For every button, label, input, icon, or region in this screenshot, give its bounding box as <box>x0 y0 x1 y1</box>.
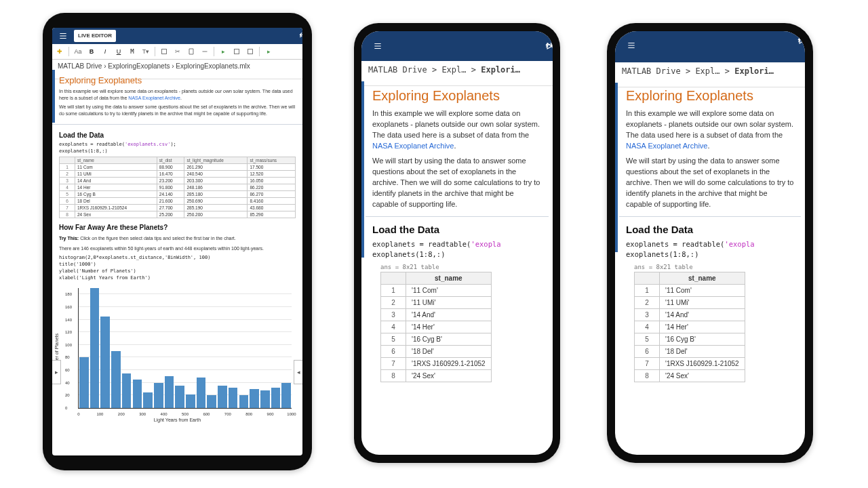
phone1-screen: MATLAB Drive > Expl… > Explori… Explorin… <box>361 31 553 455</box>
run-section-icon[interactable]: ▸ <box>218 47 228 56</box>
section-distance: How Far Away Are these Planets? <box>59 224 296 231</box>
nasa-link[interactable]: NASA Exoplanet Archive <box>626 142 707 150</box>
section-divider <box>366 216 549 217</box>
section-strip <box>615 83 618 252</box>
svg-rect-0 <box>162 49 167 54</box>
exoplanet-table: st_name 1'11 Com'2'11 UMi'3'14 And'4'14 … <box>380 272 492 382</box>
intro-paragraph-2: We will start by using the data to answe… <box>626 155 794 209</box>
svg-rect-1 <box>235 49 239 54</box>
try-this: Try This: Click on the figure then selec… <box>59 236 296 241</box>
ans-label: ans = 8x21 table <box>634 264 794 270</box>
histogram-chart[interactable]: Number of Planets 0204060801001201401601… <box>59 285 296 421</box>
menu-icon[interactable] <box>623 41 639 50</box>
code-histogram[interactable]: histogram(2,0*exoplanets.st_distance,'Bi… <box>59 254 296 281</box>
italic-button[interactable]: I <box>100 47 110 56</box>
left-arrow-tab[interactable]: ▸ <box>52 360 61 384</box>
add-icon[interactable]: ✚ <box>55 47 64 56</box>
app-header: LIVE EDITOR <box>52 28 302 44</box>
tool-icon-3[interactable] <box>200 47 210 56</box>
tool-icon-5[interactable] <box>245 47 255 56</box>
redo-icon[interactable] <box>545 31 553 61</box>
code-load[interactable]: exoplanets = readtable('exoplaexoplanets… <box>372 239 542 260</box>
intro-paragraph-1: In this example we will explore some dat… <box>372 108 542 151</box>
menu-icon[interactable] <box>370 31 386 61</box>
page-title: Exploring Exoplanets <box>59 75 296 85</box>
tablet-screen: LIVE EDITOR ✚ Aa B I U M T▾ ✂ ▸ <box>52 28 302 455</box>
cut-icon[interactable]: ✂ <box>173 47 182 56</box>
live-editor-badge: LIVE EDITOR <box>74 30 116 42</box>
app-header <box>615 31 805 62</box>
section-divider <box>52 124 302 125</box>
intro-paragraph-1: In this example we will explore some dat… <box>59 88 296 102</box>
editor-toolbar: ✚ Aa B I U M T▾ ✂ ▸ ▸ <box>52 44 302 60</box>
intro-paragraph-2: We will start by using the data to answe… <box>372 155 542 209</box>
code-load[interactable]: exoplanets = readtable('exoplanets.csv')… <box>59 141 296 155</box>
chart-xlabel: Light Years from Earth <box>59 418 296 422</box>
app-header <box>361 31 553 61</box>
document-area[interactable]: Exploring Exoplanets In this example we … <box>615 83 805 455</box>
tablet-frame: LIVE EDITOR ✚ Aa B I U M T▾ ✂ ▸ <box>43 13 312 470</box>
tool-icon-2[interactable] <box>186 47 196 56</box>
section-load-data: Load the Data <box>59 131 296 139</box>
document-area[interactable]: Exploring Exoplanets In this example we … <box>361 81 553 455</box>
intro-paragraph-1: In this example we will explore some dat… <box>626 108 794 151</box>
menu-icon[interactable] <box>55 28 71 44</box>
code-load[interactable]: exoplanets = readtable('exoplaexoplanets… <box>626 239 794 260</box>
document-area[interactable]: Exploring Exoplanets In this example we … <box>52 70 302 455</box>
tool-icon-4[interactable] <box>232 47 241 56</box>
page-title: Exploring Exoplanets <box>626 88 794 104</box>
ans-label: ans = 8x21 table <box>380 264 542 270</box>
tool-icon-1[interactable] <box>159 47 169 56</box>
nasa-link[interactable]: NASA Exoplanet Archive <box>128 96 180 100</box>
redo-icon[interactable] <box>298 28 302 44</box>
phone2-screen: MATLAB Drive > Expl… > Explori… Explorin… <box>615 31 805 455</box>
monospace-button[interactable]: M <box>127 47 137 56</box>
svg-rect-2 <box>248 49 253 54</box>
exoplanet-table: st_namest_distst_light_magnitudest_mass/… <box>59 157 296 218</box>
exoplanet-table: st_name 1'11 Com'2'11 UMi'3'14 And'4'14 … <box>634 272 745 382</box>
section-strip <box>52 70 55 123</box>
run-all-icon[interactable]: ▸ <box>264 47 273 56</box>
underline-button[interactable]: U <box>114 47 123 56</box>
section-load-data: Load the Data <box>372 224 542 235</box>
text-style-icon[interactable]: Aa <box>73 47 83 56</box>
page-title: Exploring Exoplanets <box>372 88 542 104</box>
format-dropdown[interactable]: T▾ <box>141 47 151 56</box>
right-arrow-tab[interactable]: ◂ <box>294 360 302 384</box>
intro-paragraph-2: We will start by using the data to answe… <box>59 104 296 117</box>
nasa-link[interactable]: NASA Exoplanet Archive <box>372 142 454 150</box>
distance-note: There are 146 exoplanets within 50 light… <box>59 245 296 252</box>
section-load-data: Load the Data <box>626 224 794 235</box>
phone2-frame: MATLAB Drive > Expl… > Explori… Explorin… <box>607 23 813 463</box>
section-strip <box>361 81 364 258</box>
phone1-frame: MATLAB Drive > Expl… > Explori… Explorin… <box>354 23 560 463</box>
section-divider <box>619 216 801 217</box>
bold-button[interactable]: B <box>87 47 96 56</box>
